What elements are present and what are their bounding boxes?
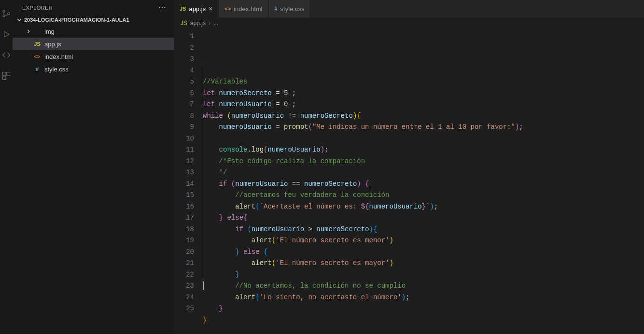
- code-line[interactable]: //acertamos feu verdadera la condición: [203, 190, 644, 201]
- file-label: index.html: [44, 53, 73, 60]
- code-editor[interactable]: 1234567891011121314151617181920212223242…: [174, 29, 644, 334]
- html-file-icon: <>: [33, 54, 42, 59]
- svg-rect-4: [3, 72, 6, 76]
- code-line[interactable]: numeroUsuario = prompt("Me indicas un nú…: [203, 122, 644, 133]
- editor-tab[interactable]: JSapp.js×: [174, 0, 219, 17]
- svg-rect-5: [7, 72, 10, 76]
- debug-icon[interactable]: [1, 29, 11, 41]
- code-line[interactable]: let numeroUsuario = 0 ;: [203, 99, 644, 111]
- code-line[interactable]: alert(`Acertaste el número es: ${numeroU…: [203, 201, 644, 213]
- explorer-header: EXPLORER ⋯: [13, 0, 174, 15]
- svg-point-1: [3, 15, 5, 17]
- file-tree-item[interactable]: #style.css: [13, 63, 174, 75]
- explorer-sidebar: EXPLORER ⋯ 2034-LOGICA-PROGRAMACION-1-AU…: [13, 0, 174, 334]
- tab-label: style.css: [280, 5, 305, 13]
- file-tree: imgJSapp.js<>index.html#style.css: [13, 24, 174, 75]
- file-label: app.js: [44, 41, 61, 48]
- code-line[interactable]: }: [203, 269, 644, 281]
- file-tree-item[interactable]: img: [13, 25, 174, 38]
- breadcrumb[interactable]: JS app.js › ...: [174, 17, 644, 29]
- code-line[interactable]: } else {: [203, 247, 644, 258]
- code-line[interactable]: if (numeroUsuario > numeroSecreto){: [203, 224, 644, 236]
- close-icon[interactable]: ×: [209, 5, 212, 13]
- breadcrumb-rest: ...: [213, 20, 218, 27]
- code-line[interactable]: console.log(numeroUsuario);: [203, 144, 644, 156]
- code-line[interactable]: } else{: [203, 212, 644, 224]
- css-file-icon: #: [33, 66, 42, 72]
- tab-label: index.html: [234, 5, 262, 13]
- editor-tabs: JSapp.js×<>index.html#style.css: [174, 0, 644, 17]
- code-line[interactable]: [203, 133, 644, 145]
- code-line[interactable]: }: [203, 303, 644, 315]
- code-line[interactable]: alert('El número secreto es mayor'): [203, 258, 644, 269]
- editor-area: JSapp.js×<>index.html#style.css JS app.j…: [174, 0, 644, 334]
- explorer-title: EXPLORER: [22, 5, 53, 11]
- text-cursor: [203, 281, 204, 290]
- activity-bar: [0, 0, 13, 334]
- editor-tab[interactable]: <>index.html: [219, 0, 268, 17]
- editor-tab[interactable]: #style.css: [268, 0, 310, 17]
- js-file-icon: JS: [180, 6, 186, 12]
- code-line[interactable]: //No acertamos, la condición no se cumpl…: [203, 280, 644, 292]
- code-line[interactable]: */: [203, 167, 644, 179]
- extensions-icon[interactable]: [1, 71, 11, 82]
- source-control-icon[interactable]: [1, 9, 11, 20]
- code-line[interactable]: if (numeroUsuario == numeroSecreto) {: [203, 179, 644, 190]
- project-name: 2034-LOGICA-PROGRAMACION-1-AULA1: [24, 17, 129, 23]
- js-file-icon: JS: [181, 20, 187, 27]
- svg-marker-3: [4, 31, 9, 37]
- tag-icon[interactable]: [1, 50, 11, 61]
- code-content[interactable]: //Variableslet numeroSecreto = 5 ;let nu…: [203, 29, 644, 334]
- file-label: style.css: [44, 66, 69, 73]
- svg-point-0: [3, 10, 5, 12]
- svg-rect-6: [3, 76, 6, 80]
- indent-guide: [203, 65, 203, 280]
- code-line[interactable]: //Variables: [203, 76, 644, 88]
- code-line[interactable]: alert('El número secreto es menor'): [203, 235, 644, 247]
- js-file-icon: JS: [33, 41, 42, 47]
- html-file-icon: <>: [224, 6, 231, 12]
- code-line[interactable]: alert('Lo siento, no acertaste el número…: [203, 292, 644, 304]
- file-tree-item[interactable]: <>index.html: [13, 50, 174, 63]
- code-line[interactable]: while (numeroUsuario != numeroSecreto){: [203, 111, 644, 122]
- project-root[interactable]: 2034-LOGICA-PROGRAMACION-1-AULA1: [13, 15, 174, 24]
- file-label: img: [44, 28, 55, 35]
- breadcrumb-sep: ›: [209, 20, 210, 27]
- code-line[interactable]: /*Este código realiza la comparación: [203, 156, 644, 167]
- css-file-icon: #: [274, 6, 277, 12]
- breadcrumb-file: app.js: [190, 20, 206, 27]
- file-tree-item[interactable]: JSapp.js: [13, 38, 174, 50]
- code-line[interactable]: let numeroSecreto = 5 ;: [203, 88, 644, 99]
- code-line[interactable]: [203, 326, 644, 334]
- tab-label: app.js: [189, 5, 206, 13]
- code-line[interactable]: }: [203, 315, 644, 326]
- line-gutter: 1234567891011121314151617181920212223242…: [174, 29, 203, 334]
